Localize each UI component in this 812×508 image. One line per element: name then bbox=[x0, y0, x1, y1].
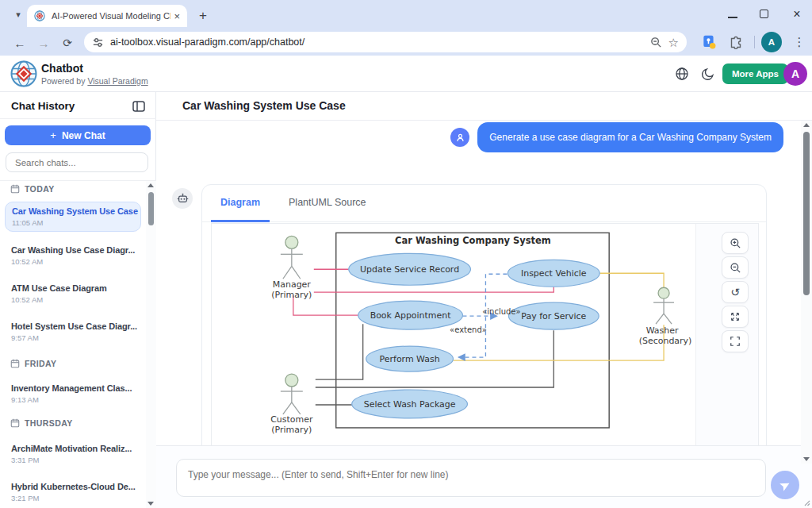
chat-item[interactable]: ArchiMate Motivation Realiz... 3:31 PM bbox=[5, 440, 141, 468]
sidebar-divider bbox=[0, 118, 156, 119]
use-case-label: Pay for Service bbox=[521, 311, 586, 321]
section-header-thursday: THURSDAY bbox=[10, 418, 73, 428]
bookmark-star-icon[interactable]: ☆ bbox=[668, 37, 679, 48]
app-header: Chatbot Powered by Visual Paradigm More … bbox=[0, 56, 812, 92]
globe-icon[interactable] bbox=[675, 67, 689, 81]
back-button[interactable]: ← bbox=[10, 33, 30, 53]
actor-role: (Primary) bbox=[271, 425, 312, 435]
use-case-label: Select Wash Package bbox=[364, 399, 456, 410]
page-zoom-icon[interactable] bbox=[650, 37, 662, 48]
forward-button[interactable]: → bbox=[33, 33, 54, 53]
chat-item-time: 10:52 AM bbox=[11, 295, 135, 304]
browser-tab[interactable]: AI-Powered Visual Modeling Ch × bbox=[27, 5, 187, 27]
chat-item-title: Car Washing System Use Case bbox=[12, 206, 134, 216]
window-minimize-button[interactable] bbox=[728, 17, 737, 18]
window-close-button[interactable]: × bbox=[789, 6, 805, 22]
powered-by-link[interactable]: Visual Paradigm bbox=[87, 76, 147, 86]
sidebar: Chat History + New Chat TODAY Car Washin… bbox=[0, 92, 156, 508]
actor-name: Manager bbox=[273, 279, 312, 290]
chat-item-title: Inventory Management Clas... bbox=[11, 383, 135, 393]
chat-scrollbar[interactable] bbox=[801, 121, 812, 464]
tab-search-button[interactable]: ▾ bbox=[10, 7, 27, 21]
browser-chrome: ▾ AI-Powered Visual Modeling Ch × + × ← … bbox=[0, 0, 812, 56]
extend-stereotype: «extend» bbox=[450, 325, 487, 334]
robot-icon bbox=[177, 193, 189, 205]
scroll-down-arrow[interactable] bbox=[803, 457, 810, 461]
send-plane-icon bbox=[779, 479, 791, 491]
chat-item[interactable]: Hybrid Kubernetes-Cloud De... 3:21 PM bbox=[5, 478, 141, 506]
section-header-today: TODAY bbox=[10, 184, 55, 194]
scrollbar-thumb[interactable] bbox=[148, 192, 154, 225]
chat-item-time: 9:13 AM bbox=[11, 395, 135, 404]
use-case-label: Update Service Record bbox=[360, 264, 459, 275]
address-bar[interactable]: ai-toolbox.visual-paradigm.com/app/chatb… bbox=[84, 32, 687, 52]
new-tab-button[interactable]: + bbox=[193, 6, 213, 25]
password-manager-icon[interactable] bbox=[701, 34, 717, 50]
resize-grip[interactable] bbox=[802, 498, 810, 506]
chat-item-time: 3:21 PM bbox=[11, 494, 135, 502]
chat-item[interactable]: ATM Use Case Diagram 10:52 AM bbox=[5, 279, 141, 308]
tab-close-icon[interactable]: × bbox=[174, 10, 180, 22]
zoom-out-button[interactable] bbox=[722, 256, 749, 279]
sidebar-scrollbar[interactable] bbox=[146, 181, 156, 508]
reload-button[interactable]: ⟳ bbox=[57, 33, 78, 53]
collapse-panel-icon[interactable] bbox=[132, 99, 146, 114]
new-chat-button[interactable]: + New Chat bbox=[5, 125, 151, 145]
send-button[interactable] bbox=[771, 471, 799, 499]
zoom-out-icon bbox=[730, 262, 741, 274]
scroll-up-arrow[interactable] bbox=[147, 183, 154, 187]
extensions-puzzle-icon[interactable] bbox=[730, 35, 744, 49]
chat-item-selected[interactable]: Car Washing System Use Case 11:05 AM bbox=[5, 202, 141, 232]
back-icon: ← bbox=[14, 37, 26, 50]
profile-initial: A bbox=[768, 37, 775, 47]
new-chat-label: New Chat bbox=[62, 130, 105, 141]
browser-profile-avatar[interactable]: A bbox=[761, 32, 782, 52]
more-apps-button[interactable]: More Apps bbox=[722, 64, 788, 84]
section-label: FRIDAY bbox=[25, 359, 57, 368]
include-stereotype: «include» bbox=[482, 307, 520, 316]
fullscreen-button[interactable] bbox=[722, 330, 749, 352]
use-case-label: Inspect Vehicle bbox=[521, 268, 587, 279]
tab-favicon-icon bbox=[34, 10, 45, 21]
composer-bar bbox=[156, 445, 812, 508]
tab-plantuml-source[interactable]: PlantUML Source bbox=[279, 185, 376, 222]
tab-label: PlantUML Source bbox=[289, 197, 366, 208]
expand-button[interactable] bbox=[722, 306, 749, 328]
site-settings-icon[interactable] bbox=[92, 37, 104, 48]
calendar-icon bbox=[10, 359, 20, 368]
search-chats-input[interactable] bbox=[6, 152, 148, 172]
browser-menu-button[interactable]: ⋮ bbox=[790, 33, 809, 52]
forward-icon: → bbox=[38, 37, 50, 50]
page-title: Car Washing System Use Case bbox=[182, 99, 346, 112]
zoom-in-button[interactable] bbox=[722, 232, 749, 254]
reset-view-button[interactable]: ↺ bbox=[722, 281, 749, 303]
dark-mode-moon-icon[interactable] bbox=[701, 67, 715, 81]
chat-item[interactable]: Hotel System Use Case Diagr... 9:57 AM bbox=[5, 318, 141, 346]
user-initial: A bbox=[791, 67, 799, 80]
diagram-viewport: Car Washing Company System bbox=[211, 223, 759, 445]
tab-diagram[interactable]: Diagram bbox=[211, 185, 270, 222]
browser-window: ▾ AI-Powered Visual Modeling Ch × + × ← … bbox=[0, 0, 812, 508]
section-header-friday: FRIDAY bbox=[10, 359, 57, 368]
actor-name: Washer bbox=[646, 325, 679, 336]
main-title-bar: Car Washing System Use Case bbox=[156, 92, 812, 121]
use-case-diagram-canvas: Car Washing Company System bbox=[212, 224, 696, 445]
chat-item-time: 3:31 PM bbox=[11, 456, 135, 464]
actor-manager bbox=[281, 236, 303, 279]
scroll-down-arrow[interactable] bbox=[147, 502, 154, 506]
expand-arrows-icon bbox=[730, 311, 741, 322]
user-avatar[interactable]: A bbox=[783, 62, 807, 86]
response-card: Diagram PlantUML Source bbox=[201, 184, 767, 445]
section-label: TODAY bbox=[25, 184, 55, 194]
chat-item[interactable]: Car Washing Use Case Diagr... 10:52 AM bbox=[5, 241, 141, 270]
message-input[interactable] bbox=[176, 459, 766, 497]
section-label: THURSDAY bbox=[25, 418, 73, 428]
diagram-toolbar: ↺ bbox=[722, 232, 749, 352]
chat-item[interactable]: Inventory Management Clas... 9:13 AM bbox=[5, 379, 141, 408]
scroll-up-arrow[interactable] bbox=[803, 123, 810, 127]
main-panel: Car Washing System Use Case Generate a u… bbox=[156, 92, 812, 508]
toolbar-separator bbox=[754, 36, 755, 48]
window-maximize-button[interactable] bbox=[760, 10, 768, 18]
close-icon: × bbox=[793, 7, 800, 21]
scrollbar-thumb[interactable] bbox=[803, 132, 810, 295]
